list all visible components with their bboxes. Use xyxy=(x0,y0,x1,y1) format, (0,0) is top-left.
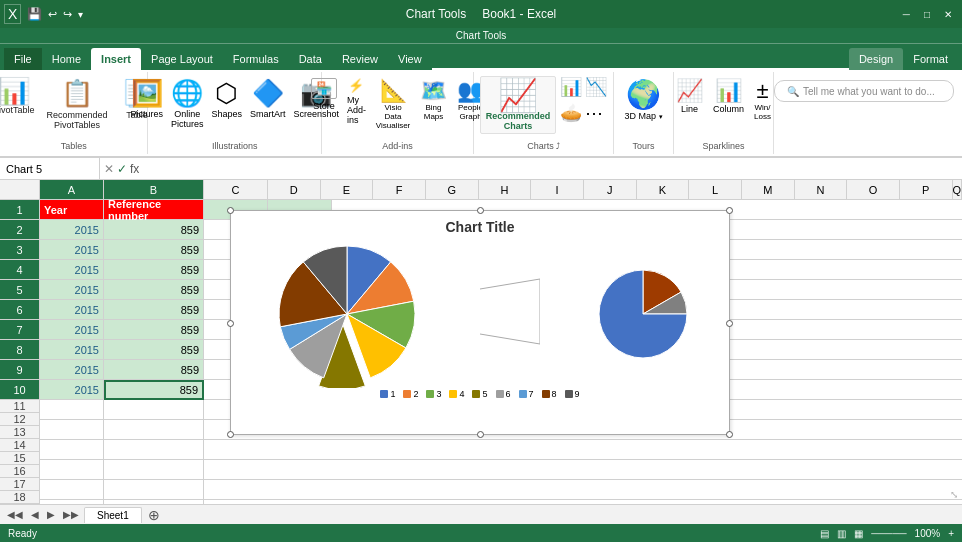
save-icon[interactable]: 💾 xyxy=(27,7,42,21)
col-header-l[interactable]: L xyxy=(689,180,742,199)
store-btn[interactable]: 🏪 Store xyxy=(308,76,340,113)
recommended-charts-btn[interactable]: 📈 Recommended Charts xyxy=(480,76,556,134)
line-chart-btn[interactable]: 📉 xyxy=(585,76,607,98)
sheet-tab-1[interactable]: Sheet1 xyxy=(84,507,142,523)
row-header-12[interactable]: 12 xyxy=(0,413,39,426)
main-pie-chart[interactable] xyxy=(267,240,427,388)
col-header-q[interactable]: Q xyxy=(953,180,962,199)
row-header-16[interactable]: 16 xyxy=(0,465,39,478)
resize-handle[interactable]: ⤡ xyxy=(950,489,958,500)
view-layout-btn[interactable]: ▥ xyxy=(837,528,846,539)
3d-map-btn[interactable]: 🌍 3D Map ▾ xyxy=(620,76,666,123)
sheet-tab-nav-next[interactable]: ▶ xyxy=(44,509,58,520)
col-header-p[interactable]: P xyxy=(900,180,953,199)
row-header-7[interactable]: 7 xyxy=(0,320,39,340)
tab-review[interactable]: Review xyxy=(332,48,388,70)
shapes-btn[interactable]: ⬡ Shapes xyxy=(208,76,245,121)
redo-icon[interactable]: ↪ xyxy=(63,8,72,21)
cell-a3[interactable]: 2015 xyxy=(40,240,104,260)
row-header-15[interactable]: 15 xyxy=(0,452,39,465)
view-normal-btn[interactable]: ▤ xyxy=(820,528,829,539)
line-sparkline-btn[interactable]: 📈 Line xyxy=(673,76,706,116)
chart-handle-tl[interactable] xyxy=(227,207,234,214)
col-header-k[interactable]: K xyxy=(637,180,690,199)
pivot-table-btn[interactable]: 📊 PivotTable xyxy=(0,76,32,117)
winloss-sparkline-btn[interactable]: ± Win/Loss xyxy=(751,76,774,124)
tab-insert[interactable]: Insert xyxy=(91,48,141,70)
col-header-e[interactable]: E xyxy=(321,180,374,199)
cell-a1[interactable]: Year xyxy=(40,200,104,220)
tab-design[interactable]: Design xyxy=(849,48,903,70)
exploded-pie-chart[interactable] xyxy=(593,264,693,364)
tell-me-box[interactable]: 🔍 Tell me what you want to do... xyxy=(774,80,954,102)
row-header-10[interactable]: 10 xyxy=(0,380,39,400)
pie-chart-btn[interactable]: 🥧 xyxy=(560,102,582,124)
cell-a6[interactable]: 2015 xyxy=(40,300,104,320)
row-header-2[interactable]: 2 xyxy=(0,220,39,240)
col-header-c[interactable]: C xyxy=(204,180,268,199)
my-addins-btn[interactable]: ⚡ My Add-ins xyxy=(344,76,369,127)
pictures-btn[interactable]: 🖼️ Pictures xyxy=(127,76,166,121)
online-pictures-btn[interactable]: 🌐 Online Pictures xyxy=(168,76,207,131)
cell-a8[interactable]: 2015 xyxy=(40,340,104,360)
col-header-m[interactable]: M xyxy=(742,180,795,199)
row-header-14[interactable]: 14 xyxy=(0,439,39,452)
tab-home[interactable]: Home xyxy=(42,48,91,70)
row-header-17[interactable]: 17 xyxy=(0,478,39,491)
col-header-b[interactable]: B xyxy=(104,180,204,199)
zoom-in-btn[interactable]: + xyxy=(948,528,954,539)
minimize-btn[interactable]: ─ xyxy=(897,9,916,20)
more-charts-btn[interactable]: ⋯ xyxy=(585,102,603,124)
row-header-18[interactable]: 18 xyxy=(0,491,39,504)
tab-view[interactable]: View xyxy=(388,48,432,70)
cell-a9[interactable]: 2015 xyxy=(40,360,104,380)
recommended-pivot-btn[interactable]: 📋 Recommended PivotTables xyxy=(34,76,120,132)
close-btn[interactable]: ✕ xyxy=(938,9,958,20)
row-header-11[interactable]: 11 xyxy=(0,400,39,413)
chart-handle-tr[interactable] xyxy=(726,207,733,214)
restore-btn[interactable]: □ xyxy=(918,9,936,20)
col-header-f[interactable]: F xyxy=(373,180,426,199)
col-header-j[interactable]: J xyxy=(584,180,637,199)
cell-a7[interactable]: 2015 xyxy=(40,320,104,340)
confirm-formula-icon[interactable]: ✓ xyxy=(117,162,127,176)
tab-file[interactable]: File xyxy=(4,48,42,70)
cell-a5[interactable]: 2015 xyxy=(40,280,104,300)
tab-data[interactable]: Data xyxy=(289,48,332,70)
sheet-tab-nav-left[interactable]: ◀◀ xyxy=(4,509,26,520)
row-header-6[interactable]: 6 xyxy=(0,300,39,320)
col-header-o[interactable]: O xyxy=(847,180,900,199)
col-header-a[interactable]: A xyxy=(40,180,104,199)
row-header-4[interactable]: 4 xyxy=(0,260,39,280)
row-header-1[interactable]: 1 xyxy=(0,200,39,220)
view-page-break-btn[interactable]: ▦ xyxy=(854,528,863,539)
tab-format[interactable]: Format xyxy=(903,48,958,70)
col-header-g[interactable]: G xyxy=(426,180,479,199)
cell-b8[interactable]: 859 xyxy=(104,340,204,360)
row-header-13[interactable]: 13 xyxy=(0,426,39,439)
undo-icon[interactable]: ↩ xyxy=(48,8,57,21)
cell-b7[interactable]: 859 xyxy=(104,320,204,340)
bar-chart-btn[interactable]: 📊 xyxy=(560,76,582,98)
chart-handle-ml[interactable] xyxy=(227,320,234,327)
quick-access-more[interactable]: ▾ xyxy=(78,9,83,20)
chart-handle-mr[interactable] xyxy=(726,320,733,327)
name-box[interactable]: Chart 5 xyxy=(0,158,100,179)
tab-formulas[interactable]: Formulas xyxy=(223,48,289,70)
cell-a4[interactable]: 2015 xyxy=(40,260,104,280)
chart-handle-bm[interactable] xyxy=(477,431,484,438)
cancel-formula-icon[interactable]: ✕ xyxy=(104,162,114,176)
row-header-5[interactable]: 5 xyxy=(0,280,39,300)
insert-function-icon[interactable]: fx xyxy=(130,162,139,176)
smartart-btn[interactable]: 🔷 SmartArt xyxy=(247,76,289,121)
col-header-d[interactable]: D xyxy=(268,180,321,199)
zoom-slider[interactable]: ───── xyxy=(871,528,906,539)
row-header-8[interactable]: 8 xyxy=(0,340,39,360)
chart-handle-bl[interactable] xyxy=(227,431,234,438)
col-header-i[interactable]: I xyxy=(531,180,584,199)
cell-b3[interactable]: 859 xyxy=(104,240,204,260)
cell-a10[interactable]: 2015 xyxy=(40,380,104,400)
sheet-tab-nav-prev[interactable]: ◀ xyxy=(28,509,42,520)
cell-b6[interactable]: 859 xyxy=(104,300,204,320)
chart-container[interactable]: Chart Title xyxy=(230,210,730,435)
